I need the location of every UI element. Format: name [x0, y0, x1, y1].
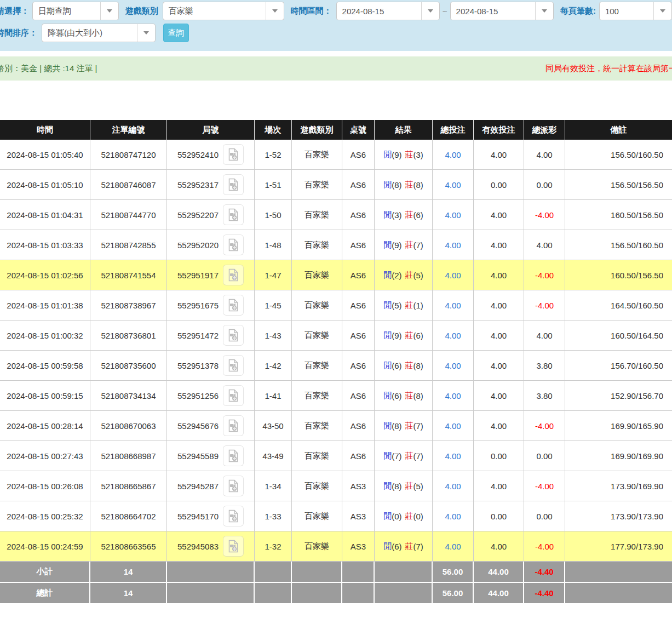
video-replay-button[interactable]	[223, 415, 244, 436]
cell-round: 552945083	[167, 531, 255, 561]
date-from-input[interactable]: 2024-08-15	[336, 2, 440, 20]
video-replay-button[interactable]	[223, 144, 244, 165]
filter-row-1: 請選擇： 日期查詢 遊戲類別 百家樂 時間區間： 2024-08-15 ~ 20…	[0, 1, 672, 21]
video-file-icon	[227, 449, 240, 462]
round-number: 552952020	[177, 241, 219, 250]
cell-payout: 0.00	[524, 501, 565, 531]
total-bet-link[interactable]: 4.00	[445, 241, 461, 250]
video-replay-button[interactable]	[223, 476, 244, 496]
query-type-select[interactable]: 日期查詢	[32, 2, 119, 20]
table-row: 2024-08-15 01:04:31 521808744770 5529522…	[0, 200, 672, 230]
sort-order-value: 降冪(由大到小)	[42, 24, 137, 42]
cell-game: 百家樂	[292, 260, 342, 290]
total-bet-link[interactable]: 4.00	[445, 361, 461, 370]
header-table: 桌號	[342, 120, 375, 140]
total-bet-link[interactable]: 4.00	[445, 542, 461, 551]
video-replay-button[interactable]	[223, 265, 244, 285]
player-result-value: (3)	[392, 210, 401, 220]
player-result-label: 閒	[383, 270, 392, 281]
video-file-icon	[227, 359, 240, 372]
chevron-down-icon	[653, 2, 671, 20]
page-size-select[interactable]: 100	[599, 2, 672, 20]
cell-valid-bet: 0.00	[474, 170, 524, 199]
video-replay-button[interactable]	[223, 355, 244, 376]
date-to-input[interactable]: 2024-08-15	[450, 2, 554, 20]
cell-total-bet: 4.00	[433, 170, 474, 199]
player-result-value: (8)	[392, 482, 401, 491]
table-row: 2024-08-15 01:05:40 521808747120 5529524…	[0, 140, 672, 170]
cell-result: 閒(8)莊(5)	[375, 471, 433, 501]
total-bet-link[interactable]: 4.00	[445, 331, 461, 340]
cell-payout: 0.00	[524, 441, 565, 471]
player-result-label: 閒	[383, 300, 392, 311]
cell-bet-id: 521808668987	[90, 441, 167, 471]
video-file-icon	[227, 479, 240, 493]
video-replay-button[interactable]	[223, 325, 244, 346]
cell-valid-bet: 0.00	[474, 501, 524, 531]
banker-result-value: (5)	[413, 482, 423, 491]
player-result-value: (7)	[392, 451, 401, 461]
banker-result-label: 莊	[405, 391, 413, 401]
video-replay-button[interactable]	[223, 295, 244, 316]
cell-note: 164.50/160.50	[565, 290, 672, 320]
player-result-value: (9)	[392, 331, 401, 340]
cell-valid-bet: 4.00	[474, 471, 524, 501]
video-file-icon	[227, 178, 240, 191]
query-button[interactable]: 查詢	[163, 24, 189, 42]
total-bet-link[interactable]: 4.00	[445, 180, 461, 190]
cell-game: 百家樂	[292, 531, 342, 561]
player-result-label: 閒	[383, 391, 392, 401]
total-bet-link[interactable]: 4.00	[445, 150, 461, 159]
player-result-value: (6)	[392, 542, 401, 551]
grand-total-valid-bet: 44.00	[474, 583, 524, 603]
notice-text: 同局有效投注，統一計算在該局第一張	[545, 56, 672, 81]
video-replay-button[interactable]	[223, 445, 244, 466]
cell-payout: -4.00	[524, 471, 565, 501]
game-type-select[interactable]: 百家樂	[163, 2, 284, 20]
video-replay-button[interactable]	[223, 385, 244, 406]
cell-round: 552945170	[167, 501, 255, 531]
total-bet-link[interactable]: 4.00	[445, 512, 461, 521]
table-body: 2024-08-15 01:05:40 521808747120 5529524…	[0, 140, 672, 562]
cell-time: 2024-08-15 01:03:33	[0, 230, 90, 260]
cell-time: 2024-08-15 01:04:31	[0, 200, 90, 230]
round-number: 552951675	[177, 301, 219, 310]
total-bet-link[interactable]: 4.00	[445, 271, 461, 280]
video-replay-button[interactable]	[223, 506, 244, 527]
banker-result-value: (7)	[413, 542, 423, 551]
cell-note: 169.90/169.90	[565, 441, 672, 471]
banker-result-label: 莊	[405, 421, 413, 431]
cell-valid-bet: 4.00	[474, 140, 524, 169]
video-replay-button[interactable]	[223, 234, 244, 255]
total-bet-link[interactable]: 4.00	[445, 421, 461, 431]
header-game: 遊戲類別	[292, 120, 342, 140]
player-result-value: (6)	[392, 361, 401, 370]
cell-round: 552952317	[167, 170, 255, 199]
cell-table: AS6	[342, 290, 375, 320]
banker-result-value: (5)	[413, 271, 423, 280]
total-bet-link[interactable]: 4.00	[445, 301, 461, 310]
total-bet-link[interactable]: 4.00	[445, 210, 461, 220]
sort-order-select[interactable]: 降冪(由大到小)	[42, 24, 156, 42]
info-bar: 幣別：美金 | 總共 :14 注單 | 同局有效投注，統一計算在該局第一張	[0, 56, 672, 81]
chevron-down-icon	[266, 2, 284, 20]
table-row: 2024-08-15 01:03:33 521808742855 5529520…	[0, 230, 672, 260]
video-replay-button[interactable]	[223, 536, 244, 557]
header-note: 備註	[565, 120, 672, 140]
total-bet-link[interactable]: 4.00	[445, 451, 461, 461]
total-bet-link[interactable]: 4.00	[445, 391, 461, 400]
banker-result-value: (6)	[413, 331, 423, 340]
total-bet-link[interactable]: 4.00	[445, 482, 461, 491]
grand-total-row: 總計 14 56.00 44.00 -4.40	[0, 583, 672, 603]
page-size-label: 每頁筆數:	[560, 6, 596, 16]
cell-game: 百家樂	[292, 501, 342, 531]
cell-time: 2024-08-15 00:59:15	[0, 381, 90, 410]
player-result-label: 閒	[383, 150, 392, 160]
video-replay-button[interactable]	[223, 204, 244, 225]
cell-game: 百家樂	[292, 290, 342, 320]
cell-bet-id: 521808741554	[90, 260, 167, 290]
table-row: 2024-08-15 00:27:43 521808668987 5529455…	[0, 441, 672, 471]
cell-game: 百家樂	[292, 411, 342, 440]
cell-time: 2024-08-15 01:05:40	[0, 140, 90, 169]
video-replay-button[interactable]	[223, 174, 244, 195]
